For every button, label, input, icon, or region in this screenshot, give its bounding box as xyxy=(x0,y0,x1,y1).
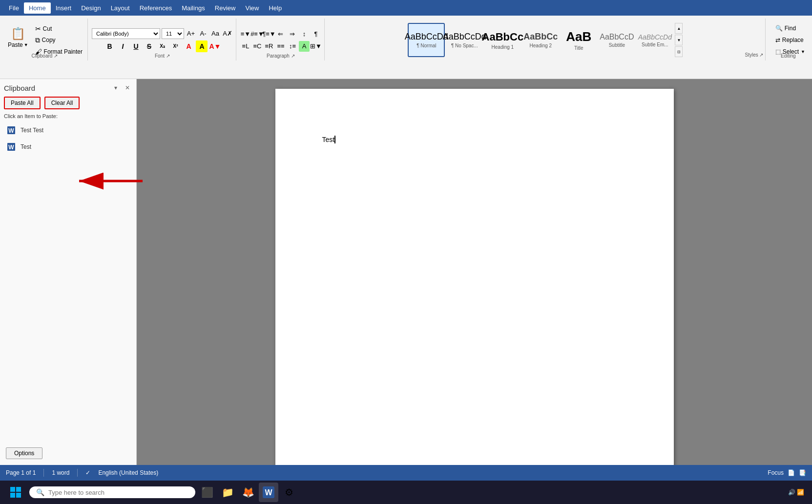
style-normal-preview: AaBbCcDd xyxy=(405,32,448,42)
decrease-font-button[interactable]: A- xyxy=(198,28,208,39)
paragraph-group: ≡▼ #≡▼ ¶≡▼ ⇐ ⇒ ↕ ¶ ≡L ≡C ≡R ≡≡ ↕≡ A ⊞▼ xyxy=(237,19,325,60)
svg-rect-7 xyxy=(16,487,21,492)
line-spacing-button[interactable]: ↕≡ xyxy=(287,41,298,52)
menu-insert[interactable]: Insert xyxy=(51,2,77,14)
text-color-button[interactable]: A xyxy=(183,40,194,52)
svg-text:W: W xyxy=(8,127,14,134)
font-name-select[interactable]: Calibri (Body) xyxy=(92,28,160,39)
menu-references[interactable]: References xyxy=(135,2,177,14)
clear-all-button[interactable]: Clear All xyxy=(44,97,80,109)
style-title-label: Title xyxy=(574,45,583,51)
style-heading1-preview: AaBbCc xyxy=(482,31,524,43)
subscript-button[interactable]: X₂ xyxy=(156,40,168,52)
italic-button[interactable]: I xyxy=(117,40,128,52)
align-left-button[interactable]: ≡L xyxy=(240,41,251,52)
settings-button[interactable]: ⚙ xyxy=(279,483,299,502)
styles-scroll-up[interactable]: ▲ xyxy=(675,23,683,34)
style-no-space-preview: AaBbCcDd xyxy=(443,32,486,42)
shading-button[interactable]: A xyxy=(299,41,310,52)
paste-button[interactable]: 📋 Paste ▼ xyxy=(5,24,31,57)
style-subtle-em-preview: AaBbCcDd xyxy=(638,33,672,41)
document-area[interactable]: Test xyxy=(137,79,812,465)
style-title-preview: AaB xyxy=(566,29,591,44)
menu-review[interactable]: Review xyxy=(210,2,241,14)
clipboard-group: 📋 Paste ▼ ✂ Cut ⧉ Copy xyxy=(2,19,88,60)
ribbon: 📋 Paste ▼ ✂ Cut ⧉ Copy xyxy=(0,16,812,79)
clipboard-hint: Click an Item to Paste: xyxy=(4,113,132,119)
clip-item-1-icon: W xyxy=(6,125,17,136)
clear-formatting-button[interactable]: A✗ xyxy=(222,28,233,39)
highlight-button[interactable]: A xyxy=(196,40,208,52)
align-center-button[interactable]: ≡C xyxy=(252,41,263,52)
style-subtle-em[interactable]: AaBbCcDd Subtle Em... xyxy=(636,23,673,57)
font-dialog-launcher[interactable]: ↗ xyxy=(166,53,170,59)
paste-dropdown-arrow[interactable]: ▼ xyxy=(24,42,28,47)
styles-expand[interactable]: ⊡ xyxy=(675,46,683,57)
task-view-button[interactable]: ⬛ xyxy=(197,483,217,502)
start-button[interactable] xyxy=(4,481,27,504)
menu-layout[interactable]: Layout xyxy=(106,2,135,14)
borders-button[interactable]: ⊞▼ xyxy=(311,41,321,52)
search-bar[interactable]: 🔍 xyxy=(29,486,195,498)
style-heading1-label: Heading 1 xyxy=(492,44,514,50)
panel-close-button[interactable]: ✕ xyxy=(123,83,132,93)
system-tray[interactable]: 🔊 📶 xyxy=(784,487,808,498)
clip-item-1[interactable]: W Test Test xyxy=(4,123,132,138)
style-normal[interactable]: AaBbCcDd ¶ Normal xyxy=(408,23,445,57)
styles-scroll-down[interactable]: ▼ xyxy=(675,35,683,45)
print-layout-button[interactable]: 📑 xyxy=(799,469,806,476)
style-title[interactable]: AaB Title xyxy=(560,23,597,57)
font-color-button[interactable]: A▼ xyxy=(209,40,221,52)
clip-item-2[interactable]: W Test xyxy=(4,140,132,154)
numbering-button[interactable]: #≡▼ xyxy=(252,29,263,40)
clipboard-dialog-launcher[interactable]: ↗ xyxy=(54,53,58,59)
replace-button[interactable]: ⇄ Replace xyxy=(773,36,807,44)
select-dropdown[interactable]: ▼ xyxy=(801,49,805,54)
strikethrough-button[interactable]: S xyxy=(143,40,155,52)
underline-button[interactable]: U xyxy=(130,40,142,52)
find-button[interactable]: 🔍 Find xyxy=(773,24,807,33)
style-no-space[interactable]: AaBbCcDd ¶ No Spac... xyxy=(446,23,483,57)
menu-home[interactable]: Home xyxy=(24,2,51,14)
font-group: Calibri (Body) 11 A+ A- Aa A✗ B I U S X₂ xyxy=(89,19,236,60)
menu-help[interactable]: Help xyxy=(264,2,287,14)
document-page[interactable]: Test xyxy=(275,89,674,465)
document-text: Test xyxy=(322,136,336,143)
cut-button[interactable]: ✂ Cut xyxy=(33,24,84,34)
menu-view[interactable]: View xyxy=(240,2,264,14)
menu-file[interactable]: File xyxy=(4,2,24,14)
style-heading2[interactable]: AaBbCc Heading 2 xyxy=(522,23,559,57)
multilevel-button[interactable]: ¶≡▼ xyxy=(264,29,274,40)
increase-font-button[interactable]: A+ xyxy=(186,28,196,39)
style-subtitle[interactable]: AaBbCcD Subtitle xyxy=(598,23,635,57)
change-case-button[interactable]: Aa xyxy=(210,28,221,39)
paragraph-dialog-launcher[interactable]: ↗ xyxy=(291,53,295,59)
superscript-button[interactable]: X² xyxy=(169,40,181,52)
align-right-button[interactable]: ≡R xyxy=(264,41,274,52)
focus-button[interactable]: Focus xyxy=(768,469,784,476)
options-button[interactable]: Options xyxy=(6,447,42,459)
file-explorer-button[interactable]: 📁 xyxy=(218,483,237,502)
read-mode-button[interactable]: 📄 xyxy=(788,469,795,476)
increase-indent-button[interactable]: ⇒ xyxy=(287,29,298,40)
paste-all-button[interactable]: Paste All xyxy=(4,97,41,109)
menu-mailings[interactable]: Mailings xyxy=(177,2,210,14)
copy-button[interactable]: ⧉ Copy xyxy=(33,35,84,45)
sort-button[interactable]: ↕ xyxy=(299,29,310,40)
bold-button[interactable]: B xyxy=(104,40,115,52)
menu-design[interactable]: Design xyxy=(76,2,105,14)
style-heading1[interactable]: AaBbCc Heading 1 xyxy=(484,23,521,57)
justify-button[interactable]: ≡≡ xyxy=(275,41,286,52)
word-button[interactable]: W xyxy=(259,483,278,502)
clipboard-actions: Paste All Clear All xyxy=(4,97,132,109)
status-bar: Page 1 of 1 1 word ✓ English (United Sta… xyxy=(0,465,812,481)
search-input[interactable] xyxy=(48,489,185,496)
show-formatting-button[interactable]: ¶ xyxy=(311,29,321,40)
bullets-button[interactable]: ≡▼ xyxy=(240,29,251,40)
firefox-button[interactable]: 🦊 xyxy=(238,483,258,502)
decrease-indent-button[interactable]: ⇐ xyxy=(275,29,286,40)
font-size-select[interactable]: 11 xyxy=(162,28,184,39)
panel-collapse-button[interactable]: ▾ xyxy=(111,83,121,93)
taskbar-right: 🔊 📶 xyxy=(784,487,808,498)
styles-dialog-launcher[interactable]: ↗ xyxy=(759,52,763,58)
